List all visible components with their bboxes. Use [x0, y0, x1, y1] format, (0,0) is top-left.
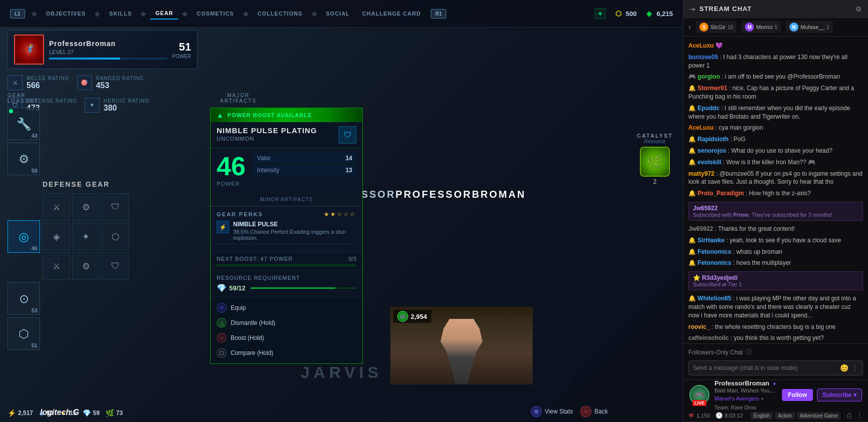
hud-credits-icon: ⚡ — [8, 409, 16, 417]
info-icon[interactable]: ⓘ — [746, 348, 752, 356]
streamer-name: ProfessorBroman — [714, 379, 769, 387]
msg-evolskill: 🔔 evolskill : Wow is it the killer Iron … — [688, 157, 863, 168]
gear-slot-2[interactable]: ⚙ 59 — [8, 143, 40, 175]
chat-expand-icon[interactable]: ⇥ — [689, 5, 695, 13]
gear-small-9[interactable]: 🛡 — [102, 252, 129, 280]
msg-user-sirhawke: 🔔 SirHawke — [688, 237, 724, 244]
msg-user-jw2: Jw65922 — [688, 225, 713, 232]
boost-btn[interactable]: ○ Boost (Hold) — [217, 330, 356, 345]
stream-tags: English Action Adventure Game — [750, 412, 840, 419]
user-badge-1: S SlcGir 10 — [696, 21, 736, 33]
gear-small-5[interactable]: ✦ — [72, 223, 100, 250]
back-btn[interactable]: ○ Back — [580, 406, 608, 417]
badge-count-1: 10 — [727, 25, 733, 30]
resource-req-item: 💎 59/12 — [217, 283, 356, 293]
gear-icon-1: 🔧 — [17, 117, 32, 131]
gear-small-8[interactable]: ⚙ — [72, 252, 100, 280]
ranged-label: RANGED RATING — [96, 76, 144, 81]
item-power-big: 46 — [217, 153, 246, 179]
gear-slot-4[interactable]: ⊙ 53 — [8, 282, 40, 315]
gear-small-4[interactable]: ◈ — [43, 223, 70, 250]
msg-gorgion: 🎮 gorgion : i am off to bed see you @Pro… — [688, 72, 863, 82]
stats-share-icon[interactable]: ⎙ — [847, 411, 851, 419]
msg-text-senorojos: : What do you use to shave your head? — [728, 147, 832, 154]
stream-bar: 🎮 LIVE ProfessorBroman ♦ Bald Man, Wishe… — [683, 379, 868, 409]
msg-user-fetonomics2: 🔔 Fetonomics — [688, 259, 731, 266]
nav-r1[interactable]: R1 — [431, 9, 446, 19]
view-stats-btn[interactable]: ⊕ View Stats — [531, 406, 573, 417]
nav-objectives[interactable]: OBJECTIVES — [41, 8, 91, 19]
msg-user-rapidsloth: 🔔 Rapidsloth — [688, 136, 728, 143]
gear-small-1[interactable]: ⚔ — [43, 193, 70, 221]
perks-header: GEAR PERKS ★★☆☆☆ — [217, 211, 356, 218]
gs-icon-8: ⚙ — [82, 261, 90, 272]
gs-icon-3: 🛡 — [111, 202, 120, 212]
nav-social[interactable]: SOCIAL — [321, 8, 355, 19]
credits-icon: ⬡ — [613, 9, 623, 19]
gear-slot-5[interactable]: ⬡ 51 — [8, 317, 40, 350]
chat-emote-icon[interactable]: 😊 — [840, 364, 848, 372]
melee-value: 566 — [27, 81, 70, 90]
webcam-count-value: 2,954 — [411, 313, 427, 320]
gear-icon-4: ⊙ — [19, 292, 29, 306]
msg-user-whitelion: 🔔 Whitelion85 — [688, 295, 731, 302]
msg-fetonomics1: 🔔 Fetonomics : whats up broman — [688, 247, 863, 257]
subscribe-button[interactable]: Subscribe ▾ — [817, 388, 862, 401]
msg-caffein: caffeinsoholic : you think this is worth… — [688, 333, 863, 343]
msg-user-fetonomics1: 🔔 Fetonomics — [688, 248, 731, 255]
jarvis-label: JARVIS — [301, 363, 382, 382]
equip-btn[interactable]: ✕ Equip — [217, 300, 356, 315]
nav-skills[interactable]: SKILLS — [104, 8, 137, 19]
item-power-label: POWER — [217, 181, 246, 187]
boost-counter: 0/3 — [349, 256, 356, 262]
ranged-icon: 🎯 — [77, 75, 92, 90]
user-badge-3: M Mufase__ 1 — [786, 21, 833, 33]
gear-small-7[interactable]: ⚔ — [43, 252, 70, 280]
nav-cosmetics[interactable]: COSMETICS — [192, 8, 239, 19]
nav-sep2: ◆ — [95, 10, 100, 18]
compare-btn[interactable]: □ Compare (Hold) — [217, 345, 356, 360]
chat-input[interactable] — [693, 364, 837, 371]
player-avatar: 🦸 — [14, 35, 44, 65]
tag-english: English — [750, 412, 773, 419]
units-icon: ◈ — [644, 9, 654, 19]
nav-challenge[interactable]: CHALLENGE CARD — [357, 8, 426, 19]
resource-req-value: 59/12 — [229, 284, 246, 292]
gear-small-6[interactable]: ⬡ — [102, 223, 129, 250]
nav-collections[interactable]: COLLECTIONS — [253, 8, 308, 19]
msg-epuddc: 🔔 Epuddc : I still remember when you did… — [688, 103, 863, 122]
badge-count-2: 5 — [774, 25, 777, 30]
boost-banner: ▲ POWER BOOST AVAILABLE — [211, 108, 362, 122]
gs-icon-7: ⚔ — [53, 261, 61, 272]
gear-small-3[interactable]: 🛡 — [102, 193, 129, 221]
gear-small-2[interactable]: ⚙ — [72, 193, 100, 221]
resources-bar: + ⬡ 500 ◈ 6,215 — [595, 8, 673, 19]
gear-slot-3[interactable]: ◎ 46 — [8, 220, 40, 253]
msg-text-sirhawke: : yeah, look to see if you have a cloud … — [726, 237, 841, 244]
logitech-label: logitech G — [40, 408, 79, 417]
gear-perks: GEAR PERKS ★★☆☆☆ ⚡ NIMBLE PULSE 38.5% Ch… — [211, 206, 362, 251]
logitech-brand: logitech G — [40, 408, 79, 417]
nav-l1[interactable]: L1 — [10, 9, 25, 19]
boost-text: POWER BOOST AVAILABLE — [228, 112, 312, 118]
msg-user-stormer: 🔔 Stormer01 — [688, 85, 727, 92]
viewer-count: 1,150 — [696, 412, 710, 418]
gear-slot-1[interactable]: 🔧 43 — [8, 108, 40, 140]
equip-label: Equip — [231, 304, 246, 311]
resource-req-title: RESOURCE REQUIREMENT — [217, 275, 356, 281]
chat-more-icon[interactable]: ⋮ — [851, 364, 858, 372]
msg-text-matty: : @burnzee05 If your on ps4 go to ingame… — [688, 170, 862, 186]
dismantle-btn[interactable]: △ Dismantle (Hold) — [217, 315, 356, 330]
boost-row: NEXT BOOST: 47 POWER 0/3 — [217, 256, 356, 262]
msg-jw2: Jw65922 : Thanks for the great content! — [688, 224, 863, 234]
major-artifacts-label: MAJOR ARTIFACTS — [220, 93, 257, 104]
follow-button[interactable]: Follow — [782, 389, 813, 401]
add-resource-btn[interactable]: + — [595, 8, 606, 19]
ratings-row: ⚔ MELEE RATING 566 🎯 RANGED RATING 453 — [8, 75, 198, 90]
nav-gear[interactable]: GEAR — [150, 8, 178, 20]
chat-nav-left[interactable]: ‹ — [688, 23, 691, 32]
gear-num-3: 46 — [32, 245, 38, 251]
chat-settings-icon[interactable]: ⚙ — [855, 5, 862, 13]
stats-more-icon[interactable]: ⋮ — [856, 411, 863, 419]
ranged-rating: 🎯 RANGED RATING 453 — [77, 75, 144, 90]
